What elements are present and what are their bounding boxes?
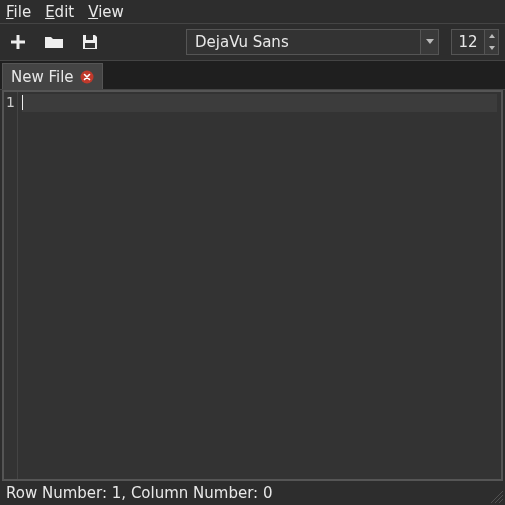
text-cursor [22, 95, 23, 110]
tab-new-file[interactable]: New File [2, 63, 103, 89]
font-size-down-button[interactable] [485, 42, 498, 54]
font-family-value: DejaVu Sans [187, 33, 420, 51]
current-line [22, 94, 497, 112]
tabbar: New File [0, 60, 505, 90]
tab-close-button[interactable] [80, 70, 94, 84]
toolbar: DejaVu Sans 12 [0, 24, 505, 60]
font-family-select[interactable]: DejaVu Sans [186, 29, 439, 55]
close-icon [80, 70, 94, 84]
svg-rect-3 [85, 43, 95, 48]
menu-edit[interactable]: Edit [45, 3, 74, 21]
code-editor[interactable] [18, 92, 501, 479]
open-file-button[interactable] [42, 30, 66, 54]
resize-grip-icon[interactable] [491, 491, 503, 503]
new-file-button[interactable] [6, 30, 30, 54]
menu-view[interactable]: View [88, 3, 124, 21]
chevron-up-icon [489, 34, 495, 38]
menubar: File Edit View [0, 0, 505, 24]
folder-icon [44, 33, 64, 51]
font-size-value[interactable]: 12 [452, 30, 484, 54]
editor-area: 1 [2, 90, 503, 481]
tab-label: New File [11, 68, 74, 86]
chevron-down-icon [426, 39, 434, 45]
font-size-up-button[interactable] [485, 30, 498, 42]
status-text: Row Number: 1, Column Number: 0 [6, 484, 272, 502]
chevron-down-icon [489, 46, 495, 50]
plus-icon [9, 33, 27, 51]
font-family-dropdown-button[interactable] [420, 30, 438, 54]
line-number: 1 [4, 94, 15, 110]
save-file-button[interactable] [78, 30, 102, 54]
svg-rect-2 [86, 35, 93, 40]
statusbar: Row Number: 1, Column Number: 0 [0, 481, 505, 505]
menu-file[interactable]: File [6, 3, 31, 21]
svg-rect-1 [11, 41, 25, 44]
floppy-icon [81, 33, 99, 51]
font-size-spinner[interactable]: 12 [451, 29, 499, 55]
line-number-gutter: 1 [4, 92, 18, 479]
